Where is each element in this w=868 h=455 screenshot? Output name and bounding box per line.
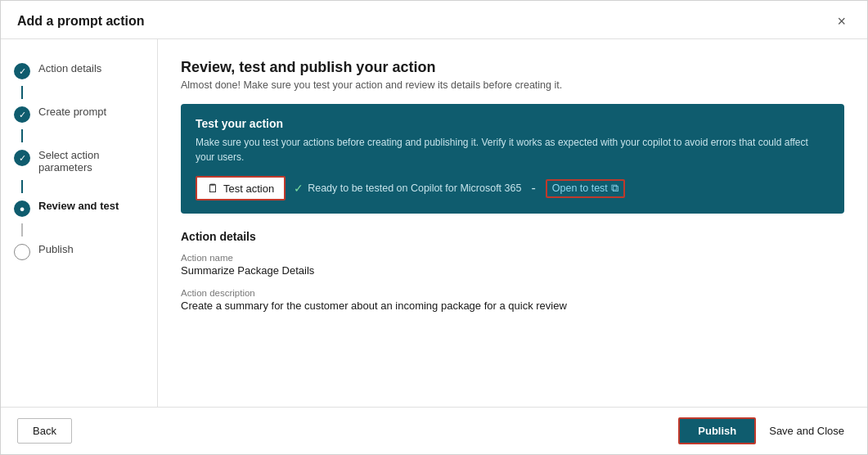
- step-icon-create-prompt: ✓: [14, 106, 30, 123]
- dialog-body: ✓ Action details ✓ Create prompt ✓ Selec…: [1, 39, 867, 407]
- test-action-icon: 🗒: [207, 182, 218, 195]
- dialog: Add a prompt action × ✓ Action details ✓…: [0, 0, 868, 455]
- step-label-select-action-parameters: Select action parameters: [38, 149, 144, 173]
- dialog-title: Add a prompt action: [17, 14, 145, 29]
- save-close-button[interactable]: Save and Close: [762, 419, 851, 443]
- main-subtitle: Almost done! Make sure you test your act…: [181, 79, 844, 91]
- close-button[interactable]: ×: [832, 12, 851, 30]
- separator: -: [531, 181, 535, 196]
- open-to-test-label: Open to test: [552, 182, 608, 194]
- test-card-description: Make sure you test your actions before c…: [196, 135, 830, 164]
- main-content: Review, test and publish your action Alm…: [158, 39, 867, 407]
- step-label-review-and-test: Review and test: [38, 200, 119, 212]
- footer-left: Back: [17, 418, 72, 444]
- back-button[interactable]: Back: [17, 418, 72, 444]
- action-name-value: Summarize Package Details: [181, 264, 844, 277]
- test-ready-status: ✓ Ready to be tested on Copilot for Micr…: [294, 182, 521, 195]
- dialog-footer: Back Publish Save and Close: [1, 407, 867, 454]
- footer-right: Publish Save and Close: [678, 417, 851, 444]
- open-to-test-link[interactable]: Open to test ⧉: [546, 179, 625, 198]
- publish-button[interactable]: Publish: [678, 417, 756, 444]
- action-name-label: Action name: [181, 253, 844, 263]
- step-connector-2: [21, 129, 23, 142]
- action-details-section-title: Action details: [181, 230, 844, 243]
- step-icon-select-action-parameters: ✓: [14, 150, 30, 166]
- step-label-create-prompt: Create prompt: [38, 106, 106, 118]
- test-ready-text: Ready to be tested on Copilot for Micros…: [308, 182, 521, 194]
- test-action-button-label: Test action: [223, 182, 274, 195]
- sidebar-item-action-details[interactable]: ✓ Action details: [1, 56, 157, 86]
- action-description-label: Action description: [181, 288, 844, 298]
- sidebar: ✓ Action details ✓ Create prompt ✓ Selec…: [1, 39, 158, 407]
- step-icon-publish: [14, 244, 30, 260]
- step-icon-action-details: ✓: [14, 63, 30, 79]
- test-card-actions: 🗒 Test action ✓ Ready to be tested on Co…: [196, 176, 830, 200]
- dialog-header: Add a prompt action ×: [1, 1, 867, 39]
- step-icon-review-and-test: ●: [14, 200, 30, 217]
- sidebar-item-review-and-test[interactable]: ● Review and test: [1, 193, 157, 223]
- step-connector-4: [21, 223, 23, 237]
- step-connector-1: [21, 86, 23, 99]
- check-icon: ✓: [294, 182, 304, 195]
- test-card-title: Test your action: [196, 117, 830, 130]
- step-label-publish: Publish: [38, 243, 74, 255]
- action-description-value: Create a summary for the customer about …: [181, 300, 844, 312]
- sidebar-item-select-action-parameters[interactable]: ✓ Select action parameters: [1, 142, 157, 180]
- main-title: Review, test and publish your action: [181, 59, 844, 76]
- action-details-section: Action details Action name Summarize Pac…: [181, 230, 844, 323]
- test-card: Test your action Make sure you test your…: [181, 104, 844, 214]
- external-link-icon: ⧉: [611, 182, 618, 195]
- test-action-button[interactable]: 🗒 Test action: [196, 176, 286, 200]
- step-label-action-details: Action details: [38, 62, 101, 74]
- sidebar-item-create-prompt[interactable]: ✓ Create prompt: [1, 99, 157, 129]
- sidebar-item-publish[interactable]: Publish: [1, 237, 157, 267]
- step-connector-3: [21, 180, 23, 193]
